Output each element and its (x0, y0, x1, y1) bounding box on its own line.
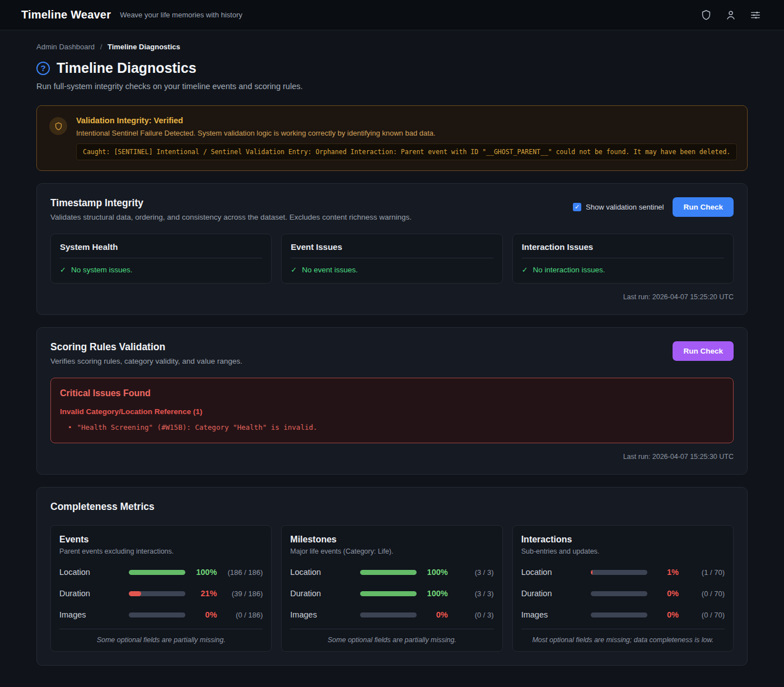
progress-bar-fill (360, 570, 417, 575)
progress-bar (129, 591, 185, 596)
metric-row-duration: Duration 0% (0 / 70) (521, 589, 725, 598)
status-text: No interaction issues. (533, 266, 605, 274)
metric-card-title: Events (59, 535, 263, 545)
events-metric-card: Events Parent events excluding interacti… (50, 525, 272, 652)
app-title: Timeline Weaver (21, 8, 111, 21)
last-run-scoring: Last run: 2026-04-07 15:25:30 UTC (50, 453, 734, 461)
sliders-icon[interactable] (749, 9, 762, 21)
last-run-timestamp: Last run: 2026-04-07 15:25:20 UTC (50, 293, 734, 301)
progress-bar (591, 591, 647, 596)
critical-issues-box: Critical Issues Found Invalid Category/L… (50, 378, 734, 443)
metric-count: (1 / 70) (679, 568, 725, 577)
metric-row-location: Location 100% (186 / 186) (59, 568, 263, 577)
validation-sentinel-alert: Validation Integrity: Verified Intention… (36, 105, 748, 171)
page-title: Timeline Diagnostics (57, 60, 197, 76)
breadcrumb-admin-dashboard[interactable]: Admin Dashboard (36, 43, 95, 51)
run-check-button-timestamp[interactable]: Run Check (673, 197, 734, 217)
metric-count: (0 / 70) (679, 589, 725, 598)
progress-bar (360, 591, 417, 596)
critical-issues-title: Critical Issues Found (60, 388, 724, 398)
metric-label: Images (521, 610, 591, 619)
metric-card-subtitle: Major life events (Category: Life). (290, 547, 493, 555)
critical-issue-item: "Health Screening" (#W15B): Category "He… (60, 423, 724, 431)
status-card-title: System Health (60, 242, 262, 258)
page-subtitle: Run full-system integrity checks on your… (36, 82, 748, 91)
metric-label: Location (521, 568, 591, 577)
progress-bar-fill (129, 591, 141, 596)
metric-row-images: Images 0% (0 / 70) (521, 610, 725, 619)
completeness-metrics-section: Completeness Metrics Events Parent event… (36, 487, 748, 666)
app-tagline: Weave your life memories with history (120, 11, 242, 19)
status-card-title: Event Issues (291, 242, 493, 258)
metric-count: (3 / 3) (448, 568, 494, 577)
checkbox-label: Show validation sentinel (586, 203, 664, 211)
metric-count: (0 / 186) (217, 611, 263, 619)
check-icon: ✓ (522, 266, 528, 274)
breadcrumb-separator: / (100, 43, 102, 51)
metric-card-footer: Most optional fields are missing; data c… (521, 629, 725, 644)
help-circle-icon: ? (36, 62, 50, 75)
metric-percent: 0% (647, 589, 679, 598)
status-card-title: Interaction Issues (522, 242, 724, 258)
progress-bar-fill (591, 570, 592, 575)
timestamp-integrity-heading: Timestamp Integrity Validates structural… (50, 197, 412, 221)
metric-count: (186 / 186) (217, 568, 263, 577)
metric-card-subtitle: Parent events excluding interactions. (59, 547, 263, 555)
progress-bar (360, 570, 417, 575)
metric-label: Duration (521, 589, 591, 598)
timestamp-integrity-section: Timestamp Integrity Validates structural… (36, 183, 748, 315)
metric-label: Location (59, 568, 129, 577)
checkbox-checked-icon[interactable]: ✓ (573, 203, 581, 211)
status-text: No system issues. (71, 266, 133, 274)
user-icon[interactable] (725, 9, 737, 21)
page-title-row: ? Timeline Diagnostics (36, 60, 748, 76)
metric-card-subtitle: Sub-entries and updates. (521, 547, 725, 555)
critical-issue-group: Invalid Category/Location Reference (1) (60, 407, 724, 416)
event-issues-card: Event Issues ✓ No event issues. (281, 234, 502, 284)
metric-card-title: Interactions (521, 535, 725, 545)
section-title: Completeness Metrics (50, 501, 734, 513)
metric-row-duration: Duration 21% (39 / 186) (59, 589, 263, 598)
metric-percent: 100% (417, 589, 448, 598)
metric-row-location: Location 1% (1 / 70) (521, 568, 725, 577)
milestones-metric-card: Milestones Major life events (Category: … (281, 525, 502, 652)
sentinel-code-block: Caught: [SENTINEL] Intentional / Sentine… (76, 143, 737, 160)
metric-card-title: Milestones (290, 535, 493, 545)
progress-bar (591, 612, 647, 618)
status-text: No event issues. (302, 266, 358, 274)
metric-percent: 1% (647, 568, 679, 577)
system-health-card: System Health ✓ No system issues. (50, 234, 272, 284)
interactions-metric-card: Interactions Sub-entries and updates. Lo… (512, 525, 734, 652)
section-title: Scoring Rules Validation (50, 341, 242, 353)
metric-percent: 0% (185, 610, 217, 619)
metric-card-footer: Some optional fields are partially missi… (290, 629, 493, 644)
metric-card-footer: Some optional fields are partially missi… (59, 629, 263, 644)
breadcrumb: Admin Dashboard / Timeline Diagnostics (36, 43, 748, 51)
metric-percent: 0% (417, 610, 448, 619)
section-title: Timestamp Integrity (50, 197, 412, 209)
metric-row-duration: Duration 100% (3 / 3) (290, 589, 493, 598)
metric-row-images: Images 0% (0 / 3) (290, 610, 493, 619)
breadcrumb-current: Timeline Diagnostics (108, 43, 180, 51)
metric-label: Location (290, 568, 360, 577)
progress-bar (360, 612, 417, 618)
metric-count: (3 / 3) (448, 589, 494, 598)
scoring-rules-heading: Scoring Rules Validation Verifies scorin… (50, 341, 242, 365)
run-check-button-scoring[interactable]: Run Check (673, 341, 734, 361)
shield-alert-icon (49, 117, 67, 135)
header-icons (700, 9, 762, 21)
alert-body: Validation Integrity: Verified Intention… (76, 116, 737, 160)
app-header: Timeline Weaver Weave your life memories… (0, 0, 784, 30)
progress-bar (591, 570, 647, 575)
show-validation-sentinel-checkbox[interactable]: ✓ Show validation sentinel (573, 203, 664, 211)
progress-bar-fill (360, 591, 417, 596)
page-content: Admin Dashboard / Timeline Diagnostics ?… (36, 30, 748, 666)
metric-count: (0 / 3) (448, 611, 494, 619)
interaction-issues-card: Interaction Issues ✓ No interaction issu… (512, 234, 734, 284)
metric-count: (39 / 186) (217, 589, 263, 598)
shield-icon[interactable] (700, 9, 712, 21)
check-icon: ✓ (60, 266, 66, 274)
section-subtitle: Validates structural data, ordering, and… (50, 213, 412, 221)
alert-title: Validation Integrity: Verified (76, 116, 737, 125)
metric-percent: 100% (185, 568, 217, 577)
